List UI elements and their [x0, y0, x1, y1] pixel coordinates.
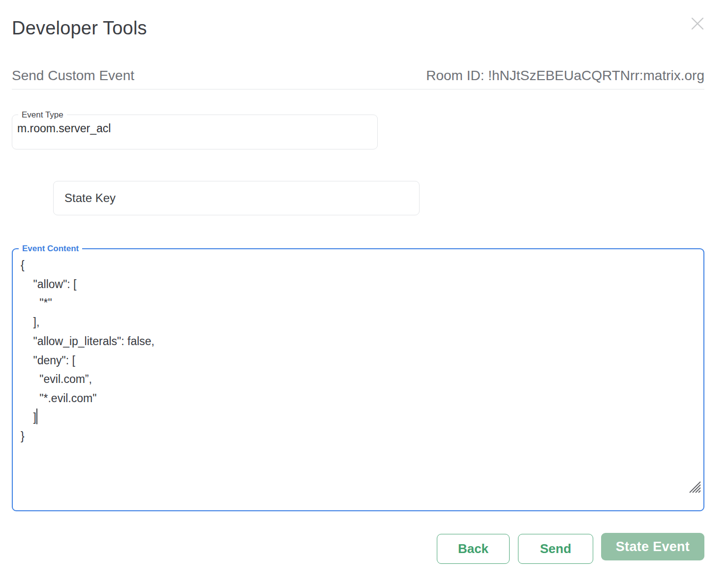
close-button[interactable]: [688, 14, 707, 33]
close-icon: [689, 15, 706, 32]
subheader: Send Custom Event Room ID: !hNJtSzEBEUaC…: [12, 68, 704, 89]
event-type-field: Event Type: [12, 111, 378, 149]
event-type-label: Event Type: [18, 111, 67, 119]
state-event-button[interactable]: State Event: [601, 533, 704, 560]
room-id: Room ID: !hNJtSzEBEUaCQRTNrr:matrix.org: [426, 68, 704, 84]
send-button[interactable]: Send: [518, 534, 593, 564]
event-content-label: Event Content: [19, 244, 82, 253]
event-type-input[interactable]: [12, 119, 377, 135]
state-key-input[interactable]: [54, 191, 419, 205]
event-content-before-cursor: { "allow": [ "*" ], "allow_ip_literals":…: [21, 259, 154, 424]
room-id-label: Room ID:: [426, 68, 488, 83]
event-content-after-cursor: }: [21, 430, 25, 442]
page-title: Developer Tools: [12, 18, 147, 39]
state-key-field: [53, 181, 420, 215]
text-cursor: [36, 409, 37, 424]
event-content-field: Event Content { "allow": [ "*" ], "allow…: [12, 244, 704, 511]
event-content-textarea[interactable]: { "allow": [ "*" ], "allow_ip_literals":…: [13, 253, 703, 495]
back-button[interactable]: Back: [437, 534, 510, 564]
room-id-value: !hNJtSzEBEUaCQRTNrr:matrix.org: [488, 68, 704, 83]
resize-handle-icon[interactable]: [688, 480, 701, 494]
event-content-text: { "allow": [ "*" ], "allow_ip_literals":…: [13, 253, 703, 446]
section-title: Send Custom Event: [12, 68, 134, 84]
